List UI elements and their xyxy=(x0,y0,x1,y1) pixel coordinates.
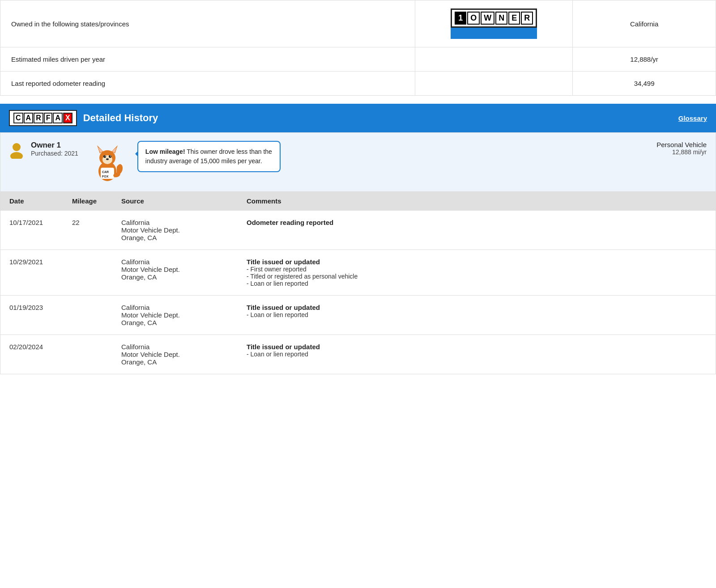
logo-a2: A xyxy=(53,113,63,123)
svg-text:FOX: FOX xyxy=(102,175,109,178)
summary-value-1: 12,888/yr xyxy=(573,47,716,72)
row-date-0: 10/17/2021 xyxy=(0,211,63,250)
one-owner-badge: 1 OWNER xyxy=(451,8,537,39)
row-source-2: California Motor Vehicle Dept. Orange, C… xyxy=(112,296,238,335)
owner-mileage: 12,888 mi/yr xyxy=(656,148,707,156)
owner-purchased: Purchased: 2021 xyxy=(31,150,78,157)
svg-text:CAR: CAR xyxy=(102,170,109,173)
summary-value-0: California xyxy=(573,0,716,47)
badge-serrated xyxy=(467,29,521,39)
history-col-source: Source xyxy=(112,192,238,211)
badge-letter-4: R xyxy=(521,12,533,25)
row-source-3: California Motor Vehicle Dept. Orange, C… xyxy=(112,335,238,374)
logo-r: R xyxy=(34,113,43,123)
row-mileage-2 xyxy=(63,296,112,335)
row-comments-3: Title issued or updated - Loan or lien r… xyxy=(238,335,716,374)
speech-bubble: Low mileage! This owner drove less than … xyxy=(137,141,281,172)
row-source-0: California Motor Vehicle Dept. Orange, C… xyxy=(112,211,238,250)
badge-box: 1 OWNER xyxy=(451,8,537,28)
badge-letter-2: N xyxy=(495,12,507,25)
carfax-header: C A R F A X Detailed History Glossary xyxy=(0,104,716,132)
history-col-date: Date xyxy=(0,192,63,211)
comment-title-1: Title issued or updated xyxy=(247,258,707,266)
badge-letter-0: O xyxy=(467,12,480,25)
summary-label-1: Estimated miles driven per year xyxy=(0,47,415,72)
history-section: Owner 1 Purchased: 2021 xyxy=(0,132,716,374)
logo-f: F xyxy=(44,113,53,123)
summary-value-2: 34,499 xyxy=(573,72,716,96)
summary-table: Owned in the following states/provinces … xyxy=(0,0,716,96)
comment-detail: - First owner reported xyxy=(247,266,707,273)
owner-type: Personal Vehicle 12,888 mi/yr xyxy=(656,141,707,156)
row-mileage-3 xyxy=(63,335,112,374)
owner-icon xyxy=(9,143,24,162)
summary-empty-1 xyxy=(415,47,573,72)
logo-a: A xyxy=(24,113,34,123)
comment-title-0: Odometer reading reported xyxy=(247,219,707,226)
row-mileage-0: 22 xyxy=(63,211,112,250)
summary-label-0: Owned in the following states/provinces xyxy=(0,0,415,47)
owner-info: Owner 1 Purchased: 2021 xyxy=(31,141,78,157)
svg-point-10 xyxy=(109,155,111,158)
summary-label-2: Last reported odometer reading xyxy=(0,72,415,96)
row-date-3: 02/20/2024 xyxy=(0,335,63,374)
svg-point-0 xyxy=(13,143,21,151)
table-row: 01/19/2023 California Motor Vehicle Dept… xyxy=(0,296,716,335)
carfax-header-left: C A R F A X Detailed History xyxy=(9,110,158,126)
svg-point-1 xyxy=(10,152,23,159)
badge-letter-1: W xyxy=(481,12,494,25)
summary-badge-cell: 1 OWNER xyxy=(415,0,573,47)
comment-detail: - Loan or lien reported xyxy=(247,311,707,318)
svg-point-12 xyxy=(110,156,111,157)
row-source-1: California Motor Vehicle Dept. Orange, C… xyxy=(112,250,238,296)
row-comments-1: Title issued or updated - First owner re… xyxy=(238,250,716,296)
history-table: DateMileageSourceComments 10/17/2021 22 … xyxy=(0,192,716,374)
history-table-head: DateMileageSourceComments xyxy=(0,192,716,211)
owner-label: Owner 1 xyxy=(31,141,78,150)
comment-detail: - Loan or lien reported xyxy=(247,351,707,358)
row-date-1: 10/29/2021 xyxy=(0,250,63,296)
carfox-mascot: CAR FOX xyxy=(90,141,126,183)
comment-title-3: Title issued or updated xyxy=(247,343,707,351)
comment-detail: - Titled or registered as personal vehic… xyxy=(247,273,707,280)
badge-letter-3: E xyxy=(508,12,520,25)
badge-number: 1 xyxy=(455,12,466,25)
owner-banner: Owner 1 Purchased: 2021 xyxy=(0,133,716,192)
table-row: 02/20/2024 California Motor Vehicle Dept… xyxy=(0,335,716,374)
comment-title-2: Title issued or updated xyxy=(247,304,707,311)
section-title: Detailed History xyxy=(83,112,158,124)
row-comments-0: Odometer reading reported xyxy=(238,211,716,250)
row-mileage-1 xyxy=(63,250,112,296)
glossary-link[interactable]: Glossary xyxy=(678,114,707,122)
badge-bottom xyxy=(451,28,537,39)
comment-detail: - Loan or lien reported xyxy=(247,280,707,287)
summary-empty-2 xyxy=(415,72,573,96)
svg-point-13 xyxy=(106,158,109,160)
history-col-comments: Comments xyxy=(238,192,716,211)
logo-c: C xyxy=(13,113,23,123)
row-date-2: 01/19/2023 xyxy=(0,296,63,335)
row-comments-2: Title issued or updated - Loan or lien r… xyxy=(238,296,716,335)
history-col-mileage: Mileage xyxy=(63,192,112,211)
logo-x: X xyxy=(63,113,72,123)
carfax-logo: C A R F A X xyxy=(9,110,77,126)
table-row: 10/17/2021 22 California Motor Vehicle D… xyxy=(0,211,716,250)
svg-point-9 xyxy=(103,155,106,158)
svg-point-11 xyxy=(105,156,106,157)
table-row: 10/29/2021 California Motor Vehicle Dept… xyxy=(0,250,716,296)
vehicle-type: Personal Vehicle xyxy=(656,141,707,148)
bubble-bold: Low mileage! xyxy=(145,148,185,155)
